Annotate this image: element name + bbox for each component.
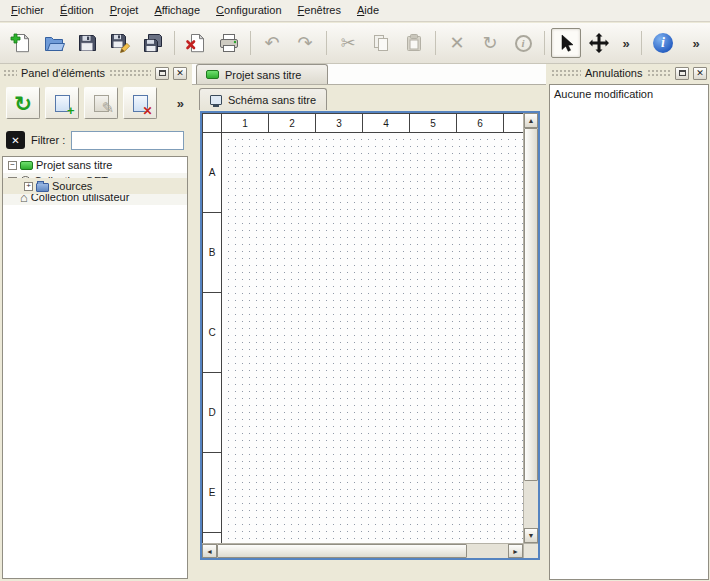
scroll-left-button[interactable]: ◄	[202, 544, 217, 558]
scroll-right-button[interactable]: ►	[508, 544, 523, 558]
column-label: 6	[457, 114, 504, 133]
vertical-scrollbar[interactable]: ▲ ▼	[523, 113, 538, 543]
menu-projet[interactable]: Projet	[102, 0, 147, 21]
menu-configuration[interactable]: Configuration	[208, 0, 289, 21]
float-dock-button[interactable]	[155, 67, 169, 80]
toolbar-separator	[326, 31, 327, 55]
main-toolbar: ↶ ↷ ✂ ✕ ↻ i	[0, 23, 710, 64]
toolbar-separator	[250, 31, 251, 55]
undo-button: ↶	[257, 28, 287, 58]
chevron-double-right-icon: »	[692, 36, 699, 51]
arrow-down-icon: ▼	[528, 532, 535, 539]
project-icon	[206, 70, 219, 79]
tree-item-label: Projet sans titre	[36, 159, 112, 171]
column-header: 1 2 3 4 5 6	[222, 113, 523, 133]
elements-tree: − Projet sans titre Schéma sans titre + …	[2, 156, 188, 579]
scrollbar-corner	[523, 543, 538, 558]
open-project-button[interactable]	[39, 28, 69, 58]
undo-panel-titlebar[interactable]: Annulations ✕	[548, 64, 710, 82]
column-label: 4	[363, 114, 410, 133]
clear-filter-button[interactable]: ✕	[6, 131, 25, 149]
redo-button: ↷	[290, 28, 320, 58]
project-icon	[20, 161, 33, 170]
new-element-button[interactable]: +	[45, 87, 79, 119]
save-as-button[interactable]	[105, 28, 135, 58]
paste-button	[399, 28, 429, 58]
dock-grip	[109, 69, 151, 77]
move-mode-button[interactable]	[584, 28, 614, 58]
menu-affichage[interactable]: Affichage	[146, 0, 208, 21]
schema-tab-bar: Schéma sans titre	[199, 87, 327, 110]
elements-panel-dock: Panel d'éléments ✕ ↻ + ✎	[0, 64, 190, 581]
horizontal-scroll-track[interactable]	[467, 544, 508, 558]
column-label: 1	[222, 114, 269, 133]
open-folder-icon	[43, 32, 65, 54]
menu-aide[interactable]: Aide	[349, 0, 387, 21]
save-all-button[interactable]	[138, 28, 168, 58]
close-dock-button[interactable]: ✕	[693, 67, 707, 80]
clear-filter-icon: ✕	[11, 135, 19, 146]
close-dock-button[interactable]: ✕	[173, 67, 187, 80]
elements-panel-title: Panel d'éléments	[21, 67, 105, 79]
horizontal-scroll-thumb[interactable]	[217, 544, 467, 558]
elements-panel-titlebar[interactable]: Panel d'éléments ✕	[0, 64, 190, 82]
tree-item-label: Sources	[52, 180, 92, 192]
menu-bar: Fichier Édition Projet Affichage Configu…	[0, 0, 710, 22]
tree-item-project[interactable]: − Projet sans titre	[3, 157, 187, 173]
delete-element-button[interactable]: ✕	[123, 87, 157, 119]
menu-edition[interactable]: Édition	[52, 0, 102, 21]
new-project-button[interactable]	[6, 28, 36, 58]
filter-input[interactable]	[71, 131, 184, 150]
arrow-right-icon: ►	[512, 548, 519, 555]
print-button[interactable]	[214, 28, 244, 58]
info-blue-icon: i	[653, 33, 673, 53]
tab-schema-sans-titre[interactable]: Schéma sans titre	[199, 88, 327, 110]
dock-grip	[3, 69, 17, 77]
refresh-icon: ↻	[14, 93, 32, 114]
scroll-up-button[interactable]: ▲	[524, 113, 538, 128]
horizontal-scrollbar[interactable]: ◄ ►	[202, 543, 523, 558]
float-dock-button[interactable]	[675, 67, 689, 80]
undo-history-list[interactable]: Aucune modification	[549, 84, 709, 580]
rotate-button: ↻	[475, 28, 505, 58]
tab-projet-sans-titre[interactable]: Projet sans titre	[196, 64, 328, 84]
chevron-double-right-icon: »	[622, 36, 629, 51]
scroll-down-button[interactable]: ▼	[524, 528, 538, 543]
plus-badge-icon: +	[67, 104, 75, 117]
row-label: A	[203, 133, 222, 213]
dock-grip	[647, 69, 672, 77]
filter-label: Filtrer :	[31, 134, 65, 146]
select-mode-button[interactable]	[551, 28, 581, 58]
floppy-icon	[76, 32, 98, 54]
schema-canvas[interactable]	[222, 133, 523, 543]
floppy-stack-icon	[142, 32, 164, 54]
menu-fichier[interactable]: Fichier	[3, 0, 52, 21]
vertical-scroll-track[interactable]	[524, 481, 538, 528]
about-button[interactable]: i	[648, 28, 678, 58]
project-tab-label: Projet sans titre	[225, 69, 301, 81]
delete-icon: ✕	[449, 34, 464, 52]
new-element-icon: +	[55, 95, 70, 112]
menu-fenetres[interactable]: Fenêtres	[290, 0, 349, 21]
schema-tab-label: Schéma sans titre	[228, 94, 316, 106]
vertical-scroll-thumb[interactable]	[524, 128, 538, 481]
header-corner	[202, 113, 222, 133]
tree-item-sources[interactable]: + Sources	[3, 178, 187, 194]
reload-collections-button[interactable]: ↻	[6, 87, 40, 119]
collapse-icon[interactable]: −	[8, 161, 17, 170]
column-label: 2	[269, 114, 316, 133]
project-tab-bar: Projet sans titre	[192, 64, 546, 85]
expand-icon[interactable]: +	[24, 182, 33, 191]
column-label: 5	[410, 114, 457, 133]
arrow-left-icon: ◄	[206, 548, 213, 555]
undo-icon: ↶	[264, 34, 279, 52]
toolbar-extension-button[interactable]: »	[688, 28, 704, 58]
arrow-up-icon: ▲	[528, 117, 535, 124]
panel-overflow-chevron[interactable]: »	[177, 96, 184, 111]
close-file-button[interactable]	[181, 28, 211, 58]
toolbar-separator	[544, 31, 545, 55]
qelectrotech-window: Fichier Édition Projet Affichage Configu…	[0, 0, 710, 581]
toolbar-overflow-chevron[interactable]: »	[617, 28, 635, 58]
close-file-icon	[185, 32, 207, 54]
save-button[interactable]	[72, 28, 102, 58]
